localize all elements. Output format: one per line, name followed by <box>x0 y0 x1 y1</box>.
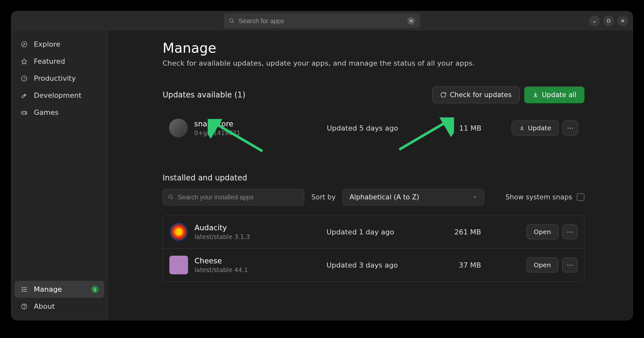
clear-search-icon[interactable] <box>407 17 415 25</box>
sort-label: Sort by <box>311 193 336 201</box>
sidebar-item-label: Games <box>34 108 59 116</box>
svg-point-25 <box>25 291 26 292</box>
sidebar-item-label: Explore <box>34 40 61 48</box>
update-button[interactable]: Update <box>512 121 559 135</box>
updates-heading: Updates available (1) <box>163 90 245 99</box>
window-controls <box>589 15 628 26</box>
grid-icon <box>20 286 28 293</box>
svg-point-30 <box>169 195 172 198</box>
svg-point-16 <box>26 113 26 114</box>
more-button[interactable]: ⋯ <box>563 121 578 135</box>
app-version: 0+git.1419621 <box>194 129 240 136</box>
ellipsis-icon: ⋯ <box>567 124 573 132</box>
page-subtitle: Check for available updates, update your… <box>163 59 584 67</box>
sidebar-item-development[interactable]: Development <box>14 87 104 104</box>
open-button[interactable]: Open <box>526 224 558 239</box>
svg-point-8 <box>22 41 27 47</box>
global-search[interactable] <box>224 14 420 28</box>
button-label: Update all <box>542 91 576 99</box>
sidebar-item-label: About <box>34 302 55 310</box>
update-all-button[interactable]: Update all <box>524 87 584 103</box>
show-system-snaps[interactable]: Show system snaps <box>506 193 584 201</box>
app-size: 11 MB <box>423 124 481 132</box>
app-icon-cheese <box>169 256 188 274</box>
sidebar-item-games[interactable]: Games <box>14 104 104 121</box>
main-content: Manage Check for available updates, upda… <box>108 31 633 320</box>
sidebar-item-featured[interactable]: Featured <box>14 53 104 70</box>
minimize-button[interactable] <box>589 15 600 26</box>
open-button[interactable]: Open <box>526 258 558 272</box>
app-updated: Updated 1 day ago <box>327 228 423 236</box>
app-name: Audacity <box>194 224 250 232</box>
app-updated: Updated 3 days ago <box>327 261 423 269</box>
clock-icon <box>20 75 28 82</box>
svg-point-17 <box>22 287 23 288</box>
button-label: Open <box>534 228 551 236</box>
titlebar <box>11 11 633 31</box>
svg-point-15 <box>25 112 26 113</box>
svg-line-1 <box>232 22 234 23</box>
more-button[interactable]: ⋯ <box>562 258 578 272</box>
sort-select[interactable]: Alphabetical (A to Z) <box>343 189 484 206</box>
app-size: 37 MB <box>423 261 481 269</box>
star-icon <box>20 58 28 65</box>
sidebar-item-label: Productivity <box>34 74 76 82</box>
download-icon <box>532 92 539 98</box>
svg-marker-9 <box>23 43 25 45</box>
update-row: snap-store 0+git.1419621 Updated 5 days … <box>163 112 584 144</box>
compass-icon <box>20 41 28 48</box>
svg-rect-5 <box>607 20 610 22</box>
app-row[interactable]: Audacity latest/stable 3.1.3 Updated 1 d… <box>163 215 584 249</box>
page-title: Manage <box>163 40 584 56</box>
download-icon <box>519 125 525 131</box>
sidebar-item-label: Development <box>34 91 81 99</box>
updates-badge: 1 <box>91 286 99 293</box>
sidebar: Explore Featured Productivity Developmen… <box>11 31 108 320</box>
svg-point-21 <box>24 289 24 290</box>
close-button[interactable] <box>617 15 628 26</box>
svg-point-0 <box>230 19 233 22</box>
app-name: snap-store <box>194 120 240 128</box>
sidebar-item-about[interactable]: About <box>14 298 104 315</box>
app-size: 261 MB <box>423 228 481 236</box>
sort-value: Alphabetical (A to Z) <box>349 193 419 201</box>
filter-row: Sort by Alphabetical (A to Z) Show syste… <box>163 189 584 206</box>
svg-point-23 <box>22 291 23 292</box>
sidebar-item-label: Featured <box>34 57 65 65</box>
show-system-checkbox[interactable] <box>577 193 584 201</box>
sidebar-item-explore[interactable]: Explore <box>14 36 104 53</box>
global-search-input[interactable] <box>239 17 403 25</box>
app-version: latest/stable 44.1 <box>194 266 248 273</box>
svg-point-19 <box>25 287 26 288</box>
app-window: Explore Featured Productivity Developmen… <box>11 11 633 320</box>
check-updates-button[interactable]: Check for updates <box>432 87 520 103</box>
refresh-icon <box>440 92 447 98</box>
button-label: Check for updates <box>450 91 512 99</box>
wrench-icon <box>20 92 28 99</box>
svg-point-22 <box>25 289 26 290</box>
more-button[interactable]: ⋯ <box>562 224 578 239</box>
gamepad-icon <box>20 109 28 116</box>
ellipsis-icon: ⋯ <box>567 261 573 269</box>
button-label: Update <box>528 124 551 132</box>
installed-heading: Installed and updated <box>163 173 584 182</box>
maximize-button[interactable] <box>603 15 614 26</box>
sidebar-item-productivity[interactable]: Productivity <box>14 70 104 87</box>
chevron-down-icon <box>472 195 478 200</box>
app-version: latest/stable 3.1.3 <box>194 233 250 240</box>
svg-line-31 <box>172 198 173 199</box>
sidebar-item-manage[interactable]: Manage 1 <box>14 281 104 298</box>
svg-marker-10 <box>22 59 27 64</box>
app-icon-audacity <box>169 223 188 241</box>
installed-search-input[interactable] <box>178 194 299 201</box>
checkbox-label-text: Show system snaps <box>506 193 572 201</box>
installed-search[interactable] <box>163 189 304 206</box>
app-row[interactable]: Cheese latest/stable 44.1 Updated 3 days… <box>163 249 584 281</box>
ellipsis-icon: ⋯ <box>567 228 573 236</box>
question-icon <box>20 303 28 310</box>
installed-app-list: Audacity latest/stable 3.1.3 Updated 1 d… <box>163 215 584 282</box>
app-name: Cheese <box>194 257 248 265</box>
svg-point-18 <box>24 287 24 288</box>
updates-section-header: Updates available (1) Check for updates … <box>163 87 584 103</box>
svg-point-20 <box>22 289 23 290</box>
